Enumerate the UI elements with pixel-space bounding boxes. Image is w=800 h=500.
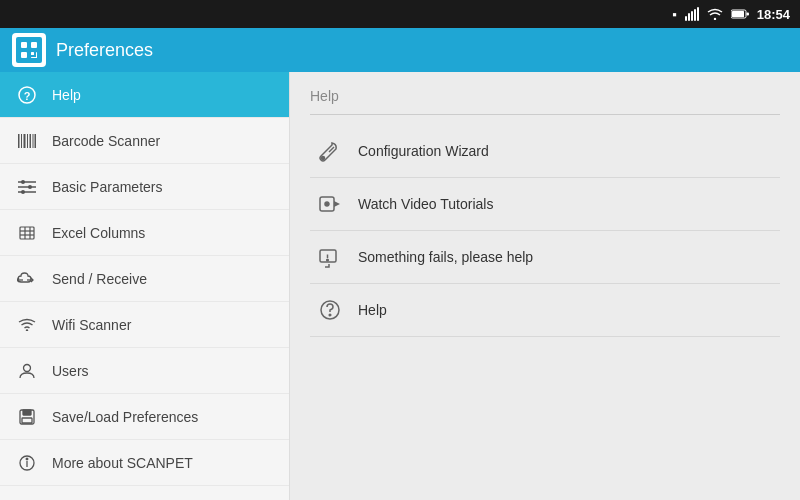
save-icon <box>16 409 38 425</box>
svg-rect-8 <box>746 13 749 16</box>
sidebar-item-wifi-scanner[interactable]: Wifi Scanner <box>0 302 289 348</box>
wifi-status-icon <box>707 8 723 20</box>
content-item-video-tutorials-label: Watch Video Tutorials <box>358 196 493 212</box>
svg-rect-1 <box>688 13 690 21</box>
sidebar-item-save-load[interactable]: Save/Load Preferences <box>0 394 289 440</box>
sidebar-item-basic-parameters[interactable]: Basic Parameters <box>0 164 289 210</box>
svg-rect-20 <box>27 134 28 148</box>
svg-rect-21 <box>30 134 32 148</box>
svg-rect-23 <box>35 134 37 148</box>
svg-rect-11 <box>21 52 27 58</box>
help-circle-icon <box>318 298 342 322</box>
info-icon <box>16 455 38 471</box>
sidebar: ? Help Barcode Scanner <box>0 72 290 500</box>
svg-rect-40 <box>23 410 31 415</box>
barcode-icon <box>16 134 38 148</box>
title-bar: Preferences <box>0 28 800 72</box>
content-panel: Help Configuration Wizard <box>290 72 800 500</box>
svg-point-51 <box>322 157 325 160</box>
sidebar-item-barcode-label: Barcode Scanner <box>52 133 160 149</box>
svg-rect-10 <box>31 42 37 48</box>
svg-point-5 <box>714 18 716 20</box>
wrench-icon <box>318 139 342 163</box>
app-title: Preferences <box>56 40 153 61</box>
content-item-config-wizard-label: Configuration Wizard <box>358 143 489 159</box>
sidebar-item-send-receive[interactable]: Send / Receive <box>0 256 289 302</box>
svg-rect-2 <box>691 11 693 21</box>
sidebar-item-more-about[interactable]: More about SCANPET <box>0 440 289 486</box>
svg-rect-19 <box>24 134 26 148</box>
svg-point-29 <box>21 190 25 194</box>
sidebar-item-translations[interactable]: Translations <box>0 486 289 500</box>
svg-rect-41 <box>22 418 32 423</box>
sidebar-item-send-receive-label: Send / Receive <box>52 271 147 287</box>
cloud-icon <box>16 272 38 286</box>
svg-text:?: ? <box>24 89 31 101</box>
svg-point-27 <box>28 185 32 189</box>
svg-point-25 <box>21 180 25 184</box>
warning-icon <box>318 245 342 269</box>
person-icon <box>16 363 38 379</box>
svg-point-37 <box>26 329 28 331</box>
svg-point-57 <box>327 259 329 261</box>
svg-rect-14 <box>31 57 37 58</box>
sidebar-item-users[interactable]: Users <box>0 348 289 394</box>
svg-rect-30 <box>20 227 34 239</box>
content-item-help[interactable]: Help <box>310 284 780 337</box>
content-panel-title: Help <box>310 88 780 104</box>
svg-rect-4 <box>697 7 699 21</box>
content-item-something-fails-label: Something fails, please help <box>358 249 533 265</box>
sidebar-item-excel-columns[interactable]: Excel Columns <box>0 210 289 256</box>
tune-icon <box>16 180 38 194</box>
content-item-video-tutorials[interactable]: Watch Video Tutorials <box>310 178 780 231</box>
content-item-config-wizard[interactable]: Configuration Wizard <box>310 125 780 178</box>
svg-rect-18 <box>21 134 22 148</box>
video-icon <box>318 192 342 216</box>
main-content: ? Help Barcode Scanner <box>0 72 800 500</box>
svg-point-54 <box>325 202 329 206</box>
svg-rect-12 <box>31 52 34 55</box>
status-bar: ▪ 18:54 <box>0 0 800 28</box>
sidebar-item-users-label: Users <box>52 363 89 379</box>
storage-icon: ▪ <box>672 7 677 22</box>
svg-rect-7 <box>732 11 744 17</box>
battery-icon <box>731 9 749 19</box>
content-item-something-fails[interactable]: Something fails, please help <box>310 231 780 284</box>
sidebar-item-help-label: Help <box>52 87 81 103</box>
svg-rect-17 <box>18 134 20 148</box>
content-item-help-label: Help <box>358 302 387 318</box>
svg-point-38 <box>24 364 31 371</box>
sidebar-item-help[interactable]: ? Help <box>0 72 289 118</box>
sidebar-item-save-load-label: Save/Load Preferences <box>52 409 198 425</box>
status-time: 18:54 <box>757 7 790 22</box>
sidebar-item-basic-parameters-label: Basic Parameters <box>52 179 162 195</box>
sidebar-item-more-about-label: More about SCANPET <box>52 455 193 471</box>
content-divider <box>310 114 780 115</box>
signal-icon <box>685 7 699 21</box>
svg-rect-9 <box>21 42 27 48</box>
svg-point-44 <box>26 458 28 460</box>
grid-icon <box>16 226 38 240</box>
sidebar-item-excel-columns-label: Excel Columns <box>52 225 145 241</box>
svg-point-59 <box>329 314 331 316</box>
help-icon: ? <box>16 86 38 104</box>
svg-rect-0 <box>685 16 687 21</box>
wifi-icon <box>16 318 38 331</box>
svg-rect-22 <box>33 134 34 148</box>
sidebar-item-wifi-scanner-label: Wifi Scanner <box>52 317 131 333</box>
app-logo <box>12 33 46 67</box>
svg-rect-3 <box>694 9 696 21</box>
sidebar-item-barcode-scanner[interactable]: Barcode Scanner <box>0 118 289 164</box>
svg-marker-53 <box>334 201 340 207</box>
